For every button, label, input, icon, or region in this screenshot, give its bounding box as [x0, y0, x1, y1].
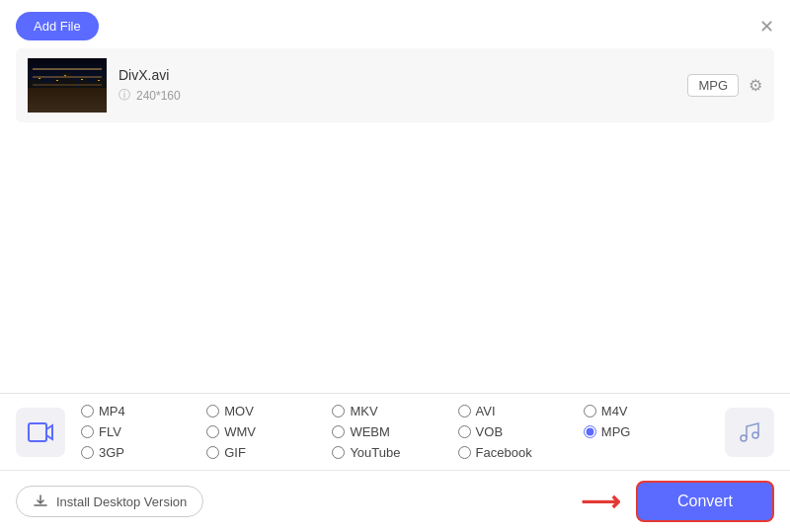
- format-option-mpg[interactable]: MPG: [584, 424, 709, 439]
- svg-rect-14: [81, 79, 83, 80]
- close-button[interactable]: ✕: [759, 18, 774, 36]
- format-option-avi[interactable]: AVI: [458, 404, 584, 418]
- format-option-facebook[interactable]: Facebook: [458, 445, 584, 460]
- install-label: Install Desktop Version: [56, 494, 187, 509]
- svg-rect-21: [29, 423, 46, 441]
- format-radio-youtube[interactable]: [332, 446, 345, 459]
- svg-rect-12: [56, 80, 58, 81]
- top-bar: Add File ✕: [0, 0, 790, 48]
- svg-rect-11: [39, 78, 40, 79]
- format-radio-gif[interactable]: [206, 446, 219, 459]
- format-radio-facebook[interactable]: [458, 446, 471, 459]
- file-actions: MPG ⚙: [687, 74, 762, 97]
- svg-rect-9: [88, 82, 95, 96]
- file-info: DivX.avi ⓘ 240*160: [118, 67, 675, 104]
- svg-rect-4: [43, 83, 53, 96]
- format-option-wmv[interactable]: WMV: [206, 424, 332, 439]
- music-format-icon[interactable]: [725, 408, 774, 457]
- svg-rect-13: [64, 75, 66, 76]
- format-radio-mov[interactable]: [206, 405, 219, 418]
- file-resolution: 240*160: [136, 89, 181, 103]
- info-icon: ⓘ: [118, 87, 130, 104]
- format-option-3gp[interactable]: 3GP: [81, 445, 206, 460]
- svg-rect-20: [97, 97, 99, 102]
- svg-rect-10: [96, 78, 107, 96]
- format-radio-vob[interactable]: [458, 425, 471, 438]
- file-item: DivX.avi ⓘ 240*160 MPG ⚙: [16, 48, 774, 122]
- format-option-mp4[interactable]: MP4: [81, 404, 206, 418]
- file-list: DivX.avi ⓘ 240*160 MPG ⚙: [0, 48, 790, 122]
- format-selector: MP4 MOV MKV AVI M4V FLV: [0, 394, 790, 470]
- format-radio-flv[interactable]: [81, 425, 94, 438]
- format-option-mkv[interactable]: MKV: [332, 404, 457, 418]
- format-option-m4v[interactable]: M4V: [584, 404, 709, 418]
- svg-point-23: [752, 432, 758, 438]
- file-thumbnail: [28, 58, 107, 113]
- action-bar: Install Desktop Version ⟶ Convert: [0, 470, 790, 532]
- format-radio-mpg[interactable]: [584, 425, 596, 438]
- arrow-icon: ⟶: [581, 486, 620, 518]
- format-radio-avi[interactable]: [458, 405, 471, 418]
- file-meta: ⓘ 240*160: [118, 87, 675, 104]
- convert-button[interactable]: Convert: [636, 481, 774, 522]
- format-radio-wmv[interactable]: [206, 425, 219, 438]
- bottom-bar: MP4 MOV MKV AVI M4V FLV: [0, 393, 790, 532]
- video-format-icon: [16, 408, 65, 457]
- install-desktop-button[interactable]: Install Desktop Version: [16, 486, 203, 517]
- format-option-webm[interactable]: WEBM: [332, 424, 457, 439]
- format-radio-3gp[interactable]: [81, 446, 94, 459]
- add-file-button[interactable]: Add File: [16, 12, 99, 40]
- format-radio-m4v[interactable]: [584, 405, 596, 418]
- svg-rect-18: [57, 97, 59, 102]
- format-badge-button[interactable]: MPG: [687, 74, 739, 97]
- svg-rect-17: [38, 97, 40, 101]
- format-option-vob[interactable]: VOB: [458, 424, 584, 439]
- settings-button[interactable]: ⚙: [749, 76, 762, 95]
- format-option-gif[interactable]: GIF: [206, 445, 332, 460]
- format-option-mov[interactable]: MOV: [206, 404, 332, 418]
- svg-point-22: [741, 435, 747, 441]
- svg-rect-2: [28, 80, 36, 96]
- svg-rect-19: [77, 97, 79, 101]
- format-grid: MP4 MOV MKV AVI M4V FLV: [81, 404, 709, 460]
- svg-rect-15: [98, 80, 100, 81]
- file-name: DivX.avi: [118, 67, 675, 83]
- svg-rect-6: [62, 73, 71, 96]
- download-icon: [33, 494, 48, 509]
- format-radio-webm[interactable]: [332, 425, 345, 438]
- format-option-youtube[interactable]: YouTube: [332, 445, 457, 460]
- format-radio-mp4[interactable]: [81, 405, 94, 418]
- svg-rect-7: [72, 80, 78, 96]
- convert-area: ⟶ Convert: [581, 481, 774, 522]
- format-radio-mkv[interactable]: [332, 405, 345, 418]
- svg-rect-1: [28, 96, 107, 113]
- format-option-flv[interactable]: FLV: [81, 424, 206, 439]
